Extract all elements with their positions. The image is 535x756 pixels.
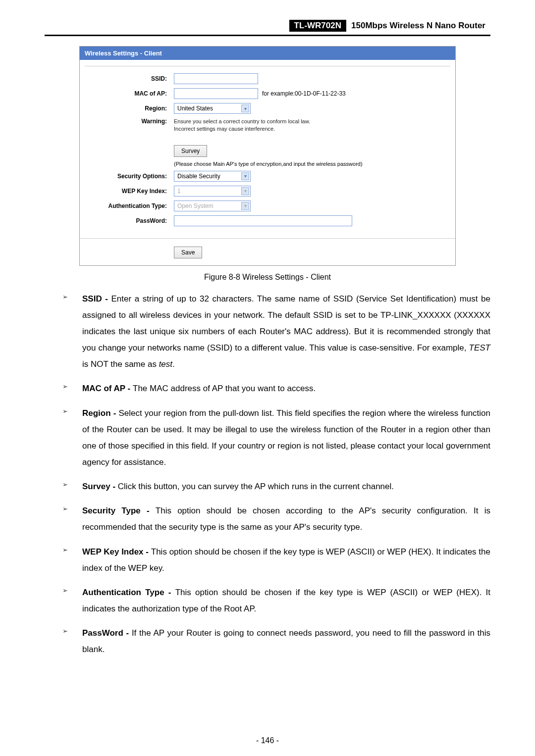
warning-text-1: Ensure you select a correct country to c… — [174, 118, 450, 125]
list-item: Survey - Click this button, you can surv… — [62, 478, 490, 495]
auth-type-select[interactable]: Open System ▾ — [174, 201, 251, 211]
ssid-input[interactable] — [174, 73, 258, 84]
product-name: 150Mbps Wireless N Nano Router — [346, 20, 490, 32]
wireless-settings-panel: Wireless Settings - Client SSID: MAC of … — [79, 46, 456, 266]
chevron-down-icon: ▾ — [241, 202, 249, 210]
list-item: PassWord - If the AP your Router is goin… — [62, 625, 490, 657]
password-input[interactable] — [174, 215, 352, 226]
figure-caption: Figure 8-8 Wireless Settings - Client — [45, 273, 490, 282]
region-label: Region: — [85, 105, 174, 112]
region-select[interactable]: United States ▾ — [174, 103, 251, 114]
save-button[interactable]: Save — [174, 247, 202, 258]
chevron-down-icon: ▾ — [241, 172, 249, 180]
list-item: MAC of AP - The MAC address of AP that y… — [62, 380, 490, 397]
survey-button[interactable]: Survey — [174, 145, 207, 157]
security-options-label: Security Options: — [85, 173, 174, 180]
list-item: Authentication Type - This option should… — [62, 584, 490, 617]
auth-type-value: Open System — [177, 202, 241, 209]
security-options-select[interactable]: Disable Security ▾ — [174, 171, 251, 182]
security-options-value: Disable Security — [177, 173, 241, 180]
page-number: - 146 - — [0, 736, 535, 745]
mac-example-text: for example:00-1D-0F-11-22-33 — [262, 90, 346, 97]
item-title: SSID - — [82, 294, 111, 303]
chevron-down-icon: ▾ — [241, 187, 249, 195]
document-header: TL-WR702N 150Mbps Wireless N Nano Router — [45, 20, 490, 36]
item-title: PassWord - — [82, 628, 132, 638]
item-title: WEP Key Index - — [82, 547, 151, 556]
list-item: Region - Select your region from the pul… — [62, 405, 490, 471]
password-label: PassWord: — [85, 217, 174, 224]
item-title: MAC of AP - — [82, 384, 133, 393]
region-value: United States — [177, 105, 241, 112]
model-number: TL-WR702N — [289, 20, 346, 32]
auth-type-label: Authentication Type: — [85, 202, 174, 209]
description-list: SSID - Enter a string of up to 32 charac… — [45, 291, 490, 658]
warning-text-2: Incorrect settings may cause interferenc… — [174, 125, 450, 133]
warning-label: Warning: — [85, 118, 174, 125]
mac-input[interactable] — [174, 88, 258, 99]
wep-key-index-label: WEP Key Index: — [85, 188, 174, 195]
item-title: Survey - — [82, 482, 118, 491]
mac-label: MAC of AP: — [85, 90, 174, 97]
wep-key-index-select[interactable]: 1 ▾ — [174, 186, 251, 197]
panel-title: Wireless Settings - Client — [80, 47, 455, 60]
list-item: WEP Key Index - This option should be ch… — [62, 544, 490, 576]
chevron-down-icon: ▾ — [241, 104, 249, 112]
list-item: Security Type - This option should be ch… — [62, 503, 490, 535]
list-item: SSID - Enter a string of up to 32 charac… — [62, 291, 490, 373]
item-title: Security Type - — [82, 506, 156, 515]
wep-key-index-value: 1 — [177, 188, 241, 195]
ssid-label: SSID: — [85, 75, 174, 82]
item-title: Authentication Type - — [82, 588, 175, 597]
item-title: Region - — [82, 408, 118, 418]
survey-hint: (Please choose Main AP's type of encrypt… — [174, 161, 450, 167]
